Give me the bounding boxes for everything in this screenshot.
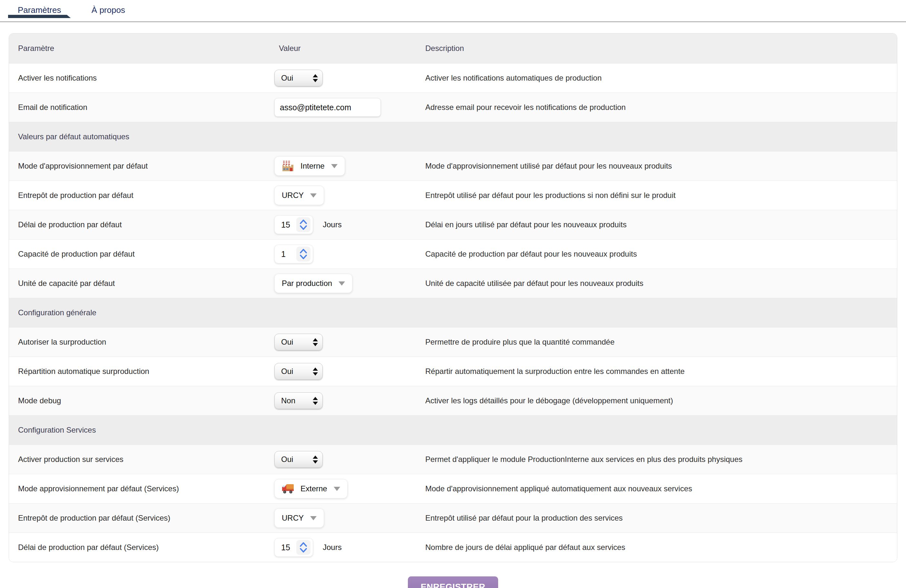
value-dropdown[interactable]: Interne — [274, 156, 345, 176]
param-description: Délai en jours utilisé par défaut pour l… — [416, 220, 897, 229]
select-value: Oui — [281, 455, 293, 464]
unit-label: Jours — [323, 220, 342, 229]
table-row: Capacité de production par défaut1Capaci… — [9, 239, 897, 269]
param-description: Activer les notifications automatiques d… — [416, 73, 897, 83]
table-row: Mode approvisionnement par défaut (Servi… — [9, 474, 897, 503]
param-description: Entrepôt utilisé par défaut pour les pro… — [416, 191, 897, 200]
section-row: Configuration Services — [9, 415, 897, 445]
chevron-down-icon — [310, 516, 317, 520]
column-header-valeur: Valeur — [270, 44, 416, 53]
select-value: Oui — [281, 338, 293, 347]
section-title: Configuration Services — [9, 425, 897, 435]
table-row: Unité de capacité par défautPar producti… — [9, 269, 897, 298]
param-value-cell: 15Jours — [270, 538, 416, 557]
param-description: Permet d'appliquer le module ProductionI… — [416, 455, 897, 464]
chevron-down-icon — [338, 281, 345, 285]
chevron-down-icon — [310, 193, 317, 198]
email-input[interactable] — [274, 98, 381, 117]
param-description: Capacité de production par défaut pour l… — [416, 250, 897, 258]
select-value: Non — [281, 396, 295, 405]
select-updown-icon — [313, 456, 318, 464]
table-row: Entrepôt de production par défautURCYEnt… — [9, 180, 897, 210]
value-select[interactable]: Oui — [274, 451, 323, 468]
value-dropdown[interactable]: URCY — [274, 508, 324, 528]
table-row: Email de notificationAdresse email pour … — [9, 92, 897, 122]
value-number-input[interactable]: 15 — [274, 538, 313, 557]
value-dropdown[interactable]: URCY — [274, 186, 324, 205]
param-description: Répartir automatiquement la surproductio… — [416, 367, 897, 376]
button-row: ENREGISTRER — [0, 577, 906, 588]
number-value: 15 — [281, 220, 290, 229]
param-value-cell: Interne — [270, 156, 416, 176]
column-header-parametre: Paramètre — [9, 44, 270, 53]
save-button[interactable]: ENREGISTRER — [408, 577, 498, 588]
param-value-cell: URCY — [270, 508, 416, 528]
stepper-icon[interactable] — [296, 540, 311, 555]
settings-table: Paramètre Valeur Description Activer les… — [9, 33, 897, 562]
chevron-down-icon — [331, 164, 338, 168]
table-body: Activer les notificationsOuiActiver les … — [9, 63, 897, 562]
value-dropdown[interactable]: Par production — [274, 274, 353, 293]
param-description: Activer les logs détaillés pour le débog… — [416, 396, 897, 405]
param-value-cell: URCY — [270, 186, 416, 205]
param-label: Délai de production par défaut (Services… — [9, 543, 270, 552]
param-description: Nombre de jours de délai appliqué par dé… — [416, 543, 897, 552]
dropdown-value: Externe — [300, 484, 327, 493]
param-label: Mode d'approvisionnement par défaut — [9, 161, 270, 171]
section-title: Valeurs par défaut automatiques — [9, 132, 897, 141]
select-value: Oui — [281, 367, 293, 376]
select-updown-icon — [313, 74, 318, 82]
unit-label: Jours — [323, 543, 342, 552]
table-row: Mode d'approvisionnement par défautInter… — [9, 151, 897, 180]
table-row: Délai de production par défaut (Services… — [9, 532, 897, 562]
column-header-description: Description — [416, 44, 897, 53]
param-value-cell: Oui — [270, 451, 416, 468]
value-dropdown[interactable]: Externe — [274, 479, 348, 499]
param-value-cell: 15Jours — [270, 215, 416, 234]
section-row: Valeurs par défaut automatiques — [9, 122, 897, 151]
number-value: 1 — [281, 250, 286, 259]
table-row: Délai de production par défaut15JoursDél… — [9, 210, 897, 239]
tab-parametres[interactable]: Paramètres — [8, 0, 70, 17]
value-number-input[interactable]: 15 — [274, 215, 313, 234]
param-label: Entrepôt de production par défaut — [9, 191, 270, 200]
param-description: Unité de capacité utilisée par défaut po… — [416, 279, 897, 288]
param-label: Mode debug — [9, 396, 270, 405]
dropdown-value: URCY — [282, 513, 304, 523]
select-updown-icon — [313, 368, 318, 376]
param-label: Capacité de production par défaut — [9, 250, 270, 258]
param-label: Activer les notifications — [9, 73, 270, 83]
param-description: Entrepôt utilisé par défaut pour la prod… — [416, 513, 897, 523]
chevron-down-icon — [334, 487, 340, 491]
factory-icon — [282, 161, 294, 172]
param-label: Autoriser la surproduction — [9, 338, 270, 347]
stepper-icon[interactable] — [296, 247, 311, 261]
value-select[interactable]: Oui — [274, 70, 323, 86]
value-select[interactable]: Oui — [274, 334, 323, 351]
table-row: Autoriser la surproductionOuiPermettre d… — [9, 327, 897, 357]
tab-a-propos[interactable]: À propos — [82, 0, 135, 17]
value-select[interactable]: Non — [274, 392, 323, 409]
param-description: Mode d'approvisionnement utilisé par déf… — [416, 161, 897, 171]
param-value-cell: 1 — [270, 245, 416, 263]
table-row: Entrepôt de production par défaut (Servi… — [9, 503, 897, 532]
value-number-input[interactable]: 1 — [274, 245, 313, 263]
param-label: Unité de capacité par défaut — [9, 279, 270, 288]
table-row: Répartition automatique surproductionOui… — [9, 357, 897, 386]
select-updown-icon — [313, 397, 318, 405]
section-row: Configuration générale — [9, 298, 897, 327]
stepper-icon[interactable] — [296, 217, 311, 232]
select-updown-icon — [313, 338, 318, 346]
value-select[interactable]: Oui — [274, 363, 323, 380]
table-header-row: Paramètre Valeur Description — [9, 33, 897, 63]
param-description: Permettre de produire plus que la quanti… — [416, 338, 897, 347]
param-value-cell: Non — [270, 392, 416, 409]
dropdown-value: Par production — [282, 279, 332, 288]
truck-icon — [282, 484, 294, 494]
param-label: Email de notification — [9, 103, 270, 112]
number-value: 15 — [281, 543, 290, 552]
param-value-cell: Par production — [270, 274, 416, 293]
param-value-cell — [270, 98, 416, 117]
select-value: Oui — [281, 73, 293, 83]
param-label: Entrepôt de production par défaut (Servi… — [9, 513, 270, 523]
